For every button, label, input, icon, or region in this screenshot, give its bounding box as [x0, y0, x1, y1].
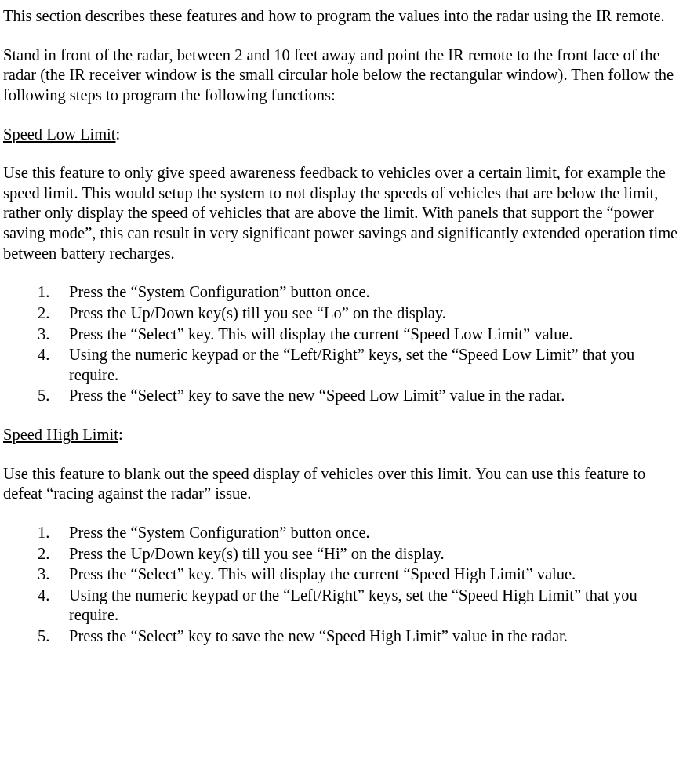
list-item: Using the numeric keypad or the “Left/Ri… [38, 345, 687, 385]
list-item: Press the “System Configuration” button … [38, 282, 687, 303]
speed-high-limit-heading-text: Speed High Limit [3, 426, 118, 443]
list-item: Press the “Select” key. This will displa… [38, 325, 687, 345]
speed-low-limit-heading: Speed Low Limit: [3, 125, 687, 145]
list-item: Press the Up/Down key(s) till you see “H… [38, 544, 687, 564]
intro-paragraph-2: Stand in front of the radar, between 2 a… [3, 45, 687, 106]
list-item: Press the “Select” key to save the new “… [38, 626, 687, 647]
list-item: Press the Up/Down key(s) till you see “L… [38, 303, 687, 324]
speed-high-limit-steps: Press the “System Configuration” button … [38, 523, 687, 647]
heading-colon: : [118, 426, 123, 443]
list-item: Press the “Select” key. This will displa… [38, 564, 687, 585]
speed-high-limit-heading: Speed High Limit: [3, 425, 687, 445]
list-item: Press the “Select” key to save the new “… [38, 386, 687, 406]
intro-paragraph-1: This section describes these features an… [3, 6, 687, 27]
speed-high-limit-description: Use this feature to blank out the speed … [3, 464, 687, 504]
speed-low-limit-heading-text: Speed Low Limit [3, 125, 115, 143]
list-item: Press the “System Configuration” button … [38, 523, 687, 543]
list-item: Using the numeric keypad or the “Left/Ri… [38, 586, 687, 626]
heading-colon: : [115, 125, 120, 143]
speed-low-limit-description: Use this feature to only give speed awar… [3, 163, 687, 263]
speed-low-limit-steps: Press the “System Configuration” button … [38, 282, 687, 406]
